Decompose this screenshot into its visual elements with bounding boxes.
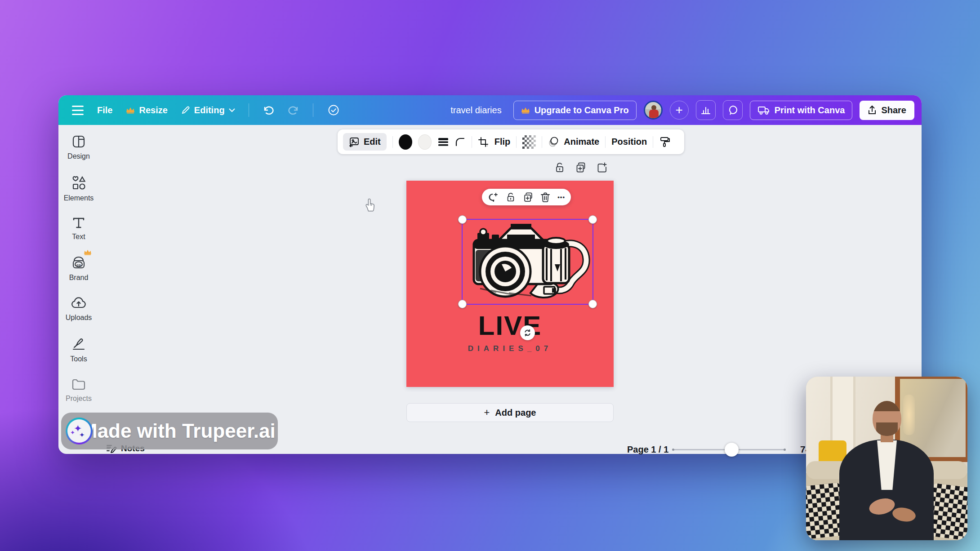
selection-mini-toolbar: ••• [482, 189, 571, 205]
stroke-weight-icon [437, 137, 449, 147]
crop-button[interactable] [478, 137, 489, 147]
animate-label: Animate [564, 137, 599, 147]
cloud-save-status[interactable] [327, 104, 340, 116]
sidebar-label: Elements [64, 194, 94, 202]
position-button[interactable]: Position [611, 137, 647, 147]
upgrade-button-label: Upgrade to Canva Pro [535, 105, 629, 116]
resize-handle-bottom-left[interactable] [458, 300, 467, 308]
svg-text:co: co [76, 263, 80, 267]
more-options-button[interactable]: ••• [557, 194, 565, 200]
chevron-down-icon [229, 108, 235, 112]
lock-element-button[interactable] [506, 192, 516, 203]
presenter-person [839, 401, 934, 540]
crown-icon [126, 107, 135, 114]
sidebar-label: Text [72, 233, 85, 241]
zoom-slider-thumb[interactable] [725, 443, 739, 457]
topbar-divider [313, 103, 313, 117]
trash-icon [540, 192, 550, 203]
add-comment-button[interactable] [488, 192, 499, 202]
crown-icon [84, 249, 92, 255]
sidebar-item-tools[interactable]: Tools [58, 337, 99, 363]
editing-mode-dropdown[interactable]: Editing [181, 105, 235, 116]
sidebar-label: Brand [69, 274, 89, 282]
unlock-icon [506, 192, 516, 203]
context-toolbar: Edit Flip Animate [338, 129, 684, 154]
top-bar: File Resize Editing [58, 95, 922, 125]
animate-icon [548, 136, 560, 148]
copy-style-button[interactable] [659, 136, 671, 148]
trupeer-logo-icon: ✦ ✦ ✦ [66, 418, 93, 444]
sidebar-item-uploads[interactable]: Uploads [58, 296, 99, 322]
plus-icon: + [484, 407, 490, 418]
share-button[interactable]: Share [860, 101, 914, 120]
design-title-text[interactable]: LIVE [406, 310, 614, 341]
add-page-button[interactable]: + Add page [406, 403, 614, 422]
text-tool-icon [71, 215, 86, 230]
design-panels-icon [71, 134, 86, 149]
user-avatar[interactable] [644, 101, 663, 120]
bar-chart-icon [700, 105, 711, 116]
share-button-label: Share [881, 105, 906, 116]
add-member-button[interactable]: + [670, 101, 689, 120]
file-menu[interactable]: File [97, 105, 112, 116]
pen-tool-icon [71, 337, 87, 352]
color-swatch-black[interactable] [399, 134, 412, 150]
sidebar-label: Design [67, 152, 90, 160]
resize-handle-top-right[interactable] [588, 215, 597, 224]
duplicate-page-button[interactable] [574, 161, 588, 174]
sidebar-label: Tools [70, 355, 87, 363]
sidebar-item-elements[interactable]: Elements [58, 175, 99, 202]
edit-image-button[interactable]: Edit [343, 133, 387, 151]
transparency-button[interactable] [522, 135, 536, 149]
animate-button[interactable]: Animate [548, 136, 599, 148]
comment-plus-icon [488, 192, 499, 202]
editing-mode-label: Editing [194, 105, 225, 116]
add-page-above-button[interactable] [595, 161, 609, 174]
print-button-label: Print with Canva [775, 105, 845, 116]
edit-image-label: Edit [364, 137, 381, 147]
page-actions [553, 161, 616, 174]
sidebar-item-projects[interactable]: Projects [58, 377, 99, 403]
rotate-handle[interactable] [520, 325, 535, 340]
lock-page-button[interactable] [553, 161, 566, 174]
presenter-video-overlay[interactable] [806, 377, 967, 540]
delete-element-button[interactable] [540, 192, 550, 203]
delivery-truck-icon [757, 105, 770, 115]
topbar-divider [249, 103, 249, 117]
document-title[interactable]: travel diaries [450, 105, 501, 116]
unlock-icon [554, 162, 565, 173]
toolbar-divider [392, 136, 393, 148]
resize-handle-top-left[interactable] [458, 215, 467, 224]
color-swatch-light[interactable] [418, 134, 432, 150]
duplicate-icon [523, 192, 534, 203]
corner-rounding-button[interactable] [455, 137, 466, 147]
design-subtitle-text[interactable]: DIARIES_07 [406, 344, 614, 353]
comments-button[interactable] [723, 100, 743, 120]
upgrade-button[interactable]: Upgrade to Canva Pro [513, 101, 637, 120]
sidebar-item-text[interactable]: Text [58, 215, 99, 241]
undo-button[interactable] [263, 105, 274, 116]
rotate-icon [524, 329, 531, 337]
main-menu-icon[interactable] [72, 106, 84, 115]
insights-button[interactable] [696, 100, 716, 120]
duplicate-element-button[interactable] [523, 192, 534, 203]
design-page[interactable]: ••• [406, 181, 614, 387]
new-page-plus-icon [596, 162, 608, 173]
add-page-label: Add page [495, 408, 536, 418]
brand-kit-icon: co [71, 255, 87, 271]
print-button[interactable]: Print with Canva [750, 101, 853, 120]
toolbar-divider [472, 136, 472, 148]
sidebar-item-design[interactable]: Design [58, 134, 99, 160]
redo-button[interactable] [288, 105, 299, 116]
flip-button[interactable]: Flip [494, 137, 511, 147]
resize-handle-bottom-right[interactable] [588, 300, 597, 308]
cloud-check-icon [327, 104, 340, 116]
trupeer-watermark: ✦ ✦ ✦ Made with Trupeer.ai [61, 413, 278, 449]
resize-menu[interactable]: Resize [126, 105, 167, 116]
share-upload-icon [868, 105, 877, 115]
canva-app-window: File Resize Editing [58, 95, 922, 454]
upload-cloud-icon [71, 296, 87, 311]
sidebar-item-brand[interactable]: co Brand [58, 255, 99, 282]
stroke-weight-button[interactable] [437, 137, 449, 147]
toolbar-divider [653, 136, 653, 148]
